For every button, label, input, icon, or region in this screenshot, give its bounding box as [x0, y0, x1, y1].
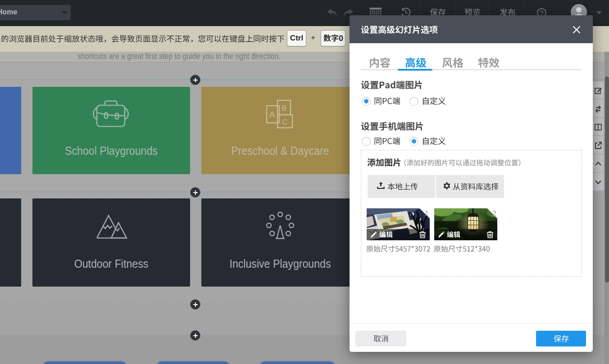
svg-text:A: A: [269, 110, 275, 119]
svg-text:C: C: [282, 118, 288, 126]
svg-text:B: B: [282, 104, 286, 112]
